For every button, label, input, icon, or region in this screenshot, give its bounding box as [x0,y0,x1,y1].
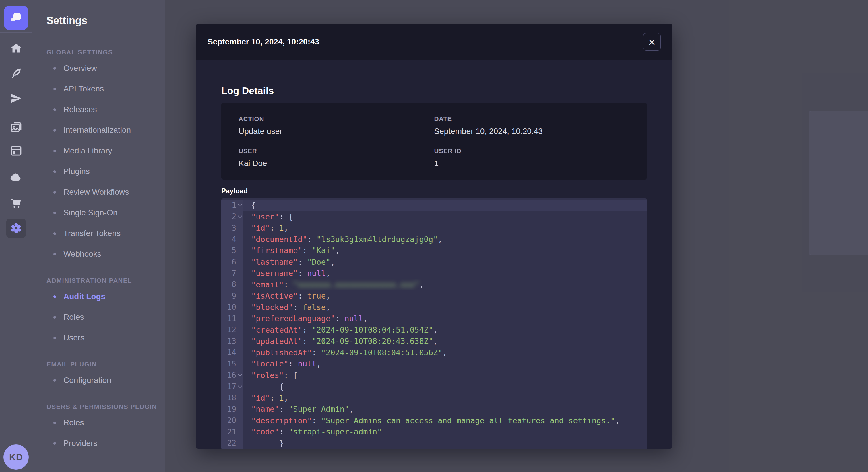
action-value: Update user [239,127,434,136]
line-number: 1 [221,200,243,211]
payload-code-line: 20 "description": "Super Admins can acce… [221,415,647,427]
fold-chevron-icon[interactable] [238,384,242,388]
code-text: "publishedAt": "2024-09-10T08:04:51.056Z… [243,347,647,359]
user-value: Kai Doe [239,159,434,168]
user-id-value: 1 [434,159,630,168]
code-text: { [243,200,647,211]
code-text: "isActive": true, [243,290,647,302]
detail-user: USER Kai Doe [239,147,434,168]
modal-header: September 10, 2024, 10:20:43 × [196,24,672,60]
line-number: 20 [221,415,243,427]
fold-chevron-icon[interactable] [238,372,242,376]
line-number: 7 [221,268,243,279]
line-number: 11 [221,313,243,324]
code-text: "description": "Super Admins can access … [243,415,647,427]
payload-code-line: 7 "username": null, [221,268,647,279]
payload-code-line: 9 "isActive": true, [221,290,647,302]
log-details-modal: September 10, 2024, 10:20:43 × Log Detai… [196,24,672,449]
line-number: 13 [221,336,243,347]
line-number: 9 [221,290,243,302]
payload-code-line: 16 "roles": [ [221,370,647,381]
code-text: "roles": [ [243,370,647,381]
payload-code-line: 8 "email": "xxxxxxx.xxxxxxxxxxxxx.xxx", [221,279,647,291]
line-number: 14 [221,347,243,359]
fold-chevron-icon[interactable] [238,214,242,218]
payload-code-line: 10 "blocked": false, [221,302,647,313]
modal-title: September 10, 2024, 10:20:43 [208,37,319,46]
code-text: "user": { [243,211,647,223]
code-text: "preferedLanguage": null, [243,313,647,324]
line-number: 21 [221,426,243,438]
log-details-heading: Log Details [221,85,647,96]
action-label: ACTION [239,115,434,123]
date-value: September 10, 2024, 10:20:43 [434,127,630,136]
line-number: 19 [221,403,243,415]
modal-body: Log Details ACTION Update user DATE Sept… [196,60,672,449]
code-text: "lastname": "Doe", [243,256,647,268]
payload-code-line: 4 "documentId": "ls3uk3g1xm4ltdrdugzajg0… [221,234,647,245]
payload-code-line: 19 "name": "Super Admin", [221,403,647,415]
payload-code-line: 5 "firstname": "Kai", [221,245,647,256]
code-text: "username": null, [243,268,647,279]
line-number: 15 [221,358,243,370]
payload-code-line: 15 "locale": null, [221,358,647,370]
code-text: { [243,381,647,392]
code-text: "email": "xxxxxxx.xxxxxxxxxxxxx.xxx", [243,279,647,291]
payload-code-line: 6 "lastname": "Doe", [221,256,647,268]
line-number: 3 [221,222,243,234]
detail-date: DATE September 10, 2024, 10:20:43 [434,115,630,136]
code-text: "name": "Super Admin", [243,403,647,415]
detail-user-id: USER ID 1 [434,147,630,168]
code-text: "documentId": "ls3uk3g1xm4ltdrdugzajg0g"… [243,234,647,245]
payload-code-line: 11 "preferedLanguage": null, [221,313,647,324]
payload-label: Payload [221,187,647,195]
line-number: 18 [221,392,243,404]
line-number: 2 [221,211,243,223]
date-label: DATE [434,115,630,123]
payload-code-line: 14 "publishedAt": "2024-09-10T08:04:51.0… [221,347,647,359]
detail-action: ACTION Update user [239,115,434,136]
code-text: "createdAt": "2024-09-10T08:04:51.054Z", [243,324,647,336]
payload-code-line: 13 "updatedAt": "2024-09-10T08:20:43.638… [221,336,647,347]
close-icon[interactable]: × [643,33,661,51]
code-text: "blocked": false, [243,302,647,313]
payload-code-lines: 1{2 "user": {3 "id": 1,4 "documentId": "… [221,198,647,449]
line-number: 4 [221,234,243,245]
payload-code-line: 22 } [221,438,647,449]
line-number: 10 [221,302,243,313]
payload-code-line: 2 "user": { [221,211,647,223]
payload-code-line: 3 "id": 1, [221,222,647,234]
user-label: USER [239,147,434,155]
line-number: 22 [221,438,243,449]
payload-code-editor[interactable]: 1{2 "user": {3 "id": 1,4 "documentId": "… [221,198,647,449]
payload-code-line: 1{ [221,200,647,211]
line-number: 6 [221,256,243,268]
payload-code-line: 17 { [221,381,647,392]
fold-chevron-icon[interactable] [238,203,242,207]
payload-code-line: 12 "createdAt": "2024-09-10T08:04:51.054… [221,324,647,336]
payload-code-line: 18 "id": 1, [221,392,647,404]
code-text: "firstname": "Kai", [243,245,647,256]
user-id-label: USER ID [434,147,630,155]
payload-code-line: 21 "code": "strapi-super-admin" [221,426,647,438]
code-text: "id": 1, [243,392,647,404]
code-text: "code": "strapi-super-admin" [243,426,647,438]
code-text: "updatedAt": "2024-09-10T08:20:43.638Z", [243,336,647,347]
code-text: } [243,438,647,449]
code-text: "id": 1, [243,222,647,234]
line-number: 8 [221,279,243,291]
line-number: 16 [221,370,243,381]
line-number: 5 [221,245,243,256]
line-number: 12 [221,324,243,336]
code-text: "locale": null, [243,358,647,370]
line-number: 17 [221,381,243,392]
strapi-admin-app: KD Settings GLOBAL SETTINGSOverviewAPI T… [0,0,868,472]
log-details-card: ACTION Update user DATE September 10, 20… [221,103,647,179]
